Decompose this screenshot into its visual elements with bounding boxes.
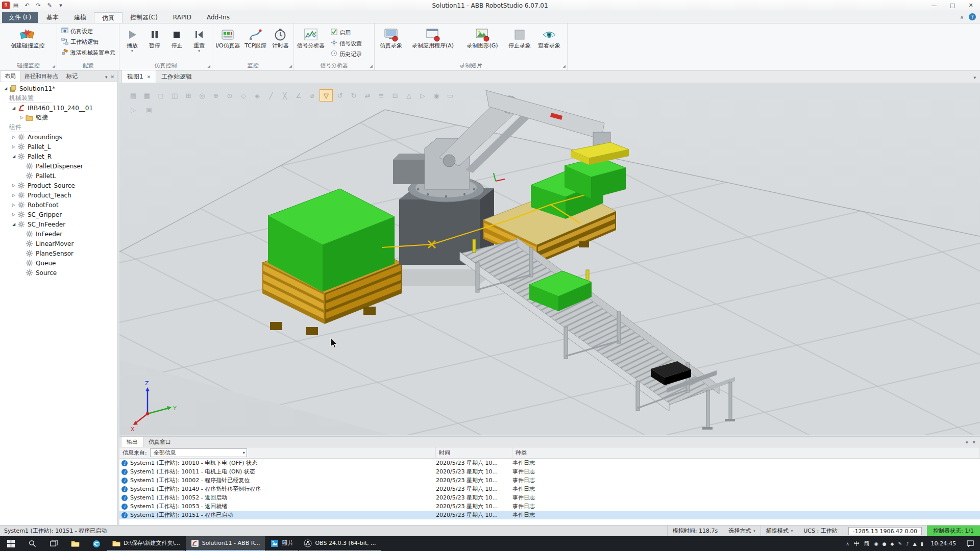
ribbon-tab[interactable]: 基本 [39, 12, 66, 23]
tray-chevron-icon[interactable]: ∧ [846, 541, 849, 546]
tree-item[interactable]: ▷RobotFoot [0, 200, 117, 210]
viewport-tool-record-frame-icon[interactable]: ▣ [142, 104, 156, 116]
dialog-launcher-icon[interactable]: ◢ [289, 65, 292, 68]
chevron-collapsed-icon[interactable]: ▷ [18, 115, 26, 120]
stop-record-button[interactable]: 停止录象 [505, 25, 534, 61]
viewport-tool-orbit-view-icon[interactable]: ◎ [195, 89, 209, 102]
app-icon[interactable]: R [2, 2, 10, 9]
tree-item[interactable]: ▷SC_Gripper [0, 210, 117, 219]
chevron-collapsed-icon[interactable]: ▷ [10, 183, 17, 188]
viewport-tool-render-mode-icon[interactable]: ▦ [140, 89, 154, 102]
tree-item[interactable]: LinearMover [0, 239, 117, 248]
output-tab[interactable]: 输出 [121, 437, 143, 447]
dialog-launcher-icon[interactable]: ◢ [53, 65, 55, 68]
stop-button[interactable]: 停止 [166, 25, 188, 61]
output-row[interactable]: iSystem1 (工作站): 10151 - 程序已启动2020/5/23 星… [119, 511, 980, 519]
task-view-button[interactable] [43, 536, 64, 551]
output-row[interactable]: iSystem1 (工作站): 10010 - 电机下电 (OFF) 状态202… [119, 459, 980, 467]
network-icon[interactable]: ▲ [913, 541, 917, 546]
edge-button[interactable] [86, 536, 107, 551]
viewport-tool-iso-view-icon[interactable]: △ [402, 89, 415, 102]
viewport-tool-select-group-icon[interactable]: ◫ [168, 89, 181, 102]
tree-item[interactable]: ▷Pallet_L [0, 142, 117, 152]
ribbon-tab[interactable]: 建模 [66, 12, 94, 23]
taskbar-app-obs[interactable]: OBS 24.0.3 (64-bit, ... [299, 536, 381, 551]
chevron-collapsed-icon[interactable]: ▷ [10, 212, 17, 217]
controller-status-badge[interactable]: 控制器状态: 1/1 [927, 525, 980, 536]
save-icon[interactable]: ▤ [11, 1, 21, 10]
tree-item[interactable]: PalletDispenser [0, 161, 117, 171]
viewport-tool-zoom-in-icon[interactable]: ⊕ [209, 89, 223, 102]
activate-mechanical-units-button[interactable]: 激活机械装置单元 [59, 47, 117, 58]
panel-tab[interactable]: 路径和目标点 [20, 71, 62, 82]
tree-item[interactable]: ▷Product_Source [0, 181, 117, 190]
create-collision-set-button[interactable]: 创建碰撞监控 [2, 25, 53, 61]
viewport-tool-measure-line-icon[interactable]: ╱ [264, 89, 278, 102]
output-row[interactable]: iSystem1 (工作站): 10149 - 程序指针移至例行程序2020/5… [119, 485, 980, 493]
output-row[interactable]: iSystem1 (工作站): 10053 - 返回就绪2020/5/23 星期… [119, 502, 980, 511]
minimize-button[interactable]: — [925, 0, 943, 11]
taskbar-clock[interactable]: 10:24:45 [928, 540, 959, 547]
tree-item[interactable]: ◢Pallet_R [0, 152, 117, 161]
undo-icon[interactable]: ↶ [22, 1, 32, 10]
close-button[interactable]: ✕ [962, 0, 980, 11]
action-center-icon[interactable] [964, 540, 977, 547]
chevron-collapsed-icon[interactable]: ▷ [10, 144, 17, 149]
panel-tab[interactable]: 布局 [0, 70, 20, 82]
pen-icon[interactable]: ✎ [898, 541, 902, 546]
tree-item[interactable]: ◢IRB460_110_240__01 [0, 103, 117, 113]
message-source-combobox[interactable]: 全部信息 ▾ [150, 448, 247, 457]
record-application-button[interactable]: 录制应用程序(A) [406, 25, 459, 61]
customize-caret-icon[interactable]: ▾ [56, 1, 66, 10]
taskbar-app-photos[interactable]: 照片 [265, 536, 298, 551]
signal-history-button[interactable]: 历史记录 [329, 49, 364, 59]
output-close-icon[interactable]: ✕ [972, 440, 976, 445]
pause-button[interactable]: 暂停 [144, 25, 165, 61]
3d-scene[interactable]: Z Y X [119, 83, 980, 435]
defender-icon[interactable]: ◆ [891, 541, 894, 546]
onedrive-icon[interactable]: ● [883, 541, 887, 546]
viewport-tool-target-point-icon[interactable]: ◉ [430, 89, 443, 102]
tree-item[interactable]: ▷Product_Teach [0, 190, 117, 200]
output-row[interactable]: iSystem1 (工作站): 10011 - 电机上电 (ON) 状态2020… [119, 467, 980, 476]
chevron-collapsed-icon[interactable]: ▷ [10, 203, 17, 207]
record-graphics-button[interactable]: 录制图形(G) [460, 25, 504, 61]
simulation-record-button[interactable]: 仿真录象 [377, 25, 405, 61]
file-explorer-button[interactable] [64, 536, 86, 551]
viewport-tool-rotate-ccw-icon[interactable]: ↺ [333, 89, 347, 102]
dialog-launcher-icon[interactable]: ◢ [563, 65, 566, 68]
panel-tab[interactable]: 标记 [62, 71, 82, 82]
ribbon-tab[interactable]: 控制器(C) [122, 12, 165, 23]
chevron-collapsed-icon[interactable]: ▷ [10, 193, 17, 197]
simulation-setup-button[interactable]: 仿真设定 [59, 26, 95, 36]
panel-close-icon[interactable]: ✕ [110, 74, 114, 80]
ime-lang-indicator[interactable]: 简 [864, 540, 870, 547]
file-tab[interactable]: 文件 (F) [2, 12, 38, 23]
viewport-tool-view-list-icon[interactable]: ≡ [375, 89, 388, 102]
viewport-tool-measure-diameter-icon[interactable]: ⌀ [306, 89, 319, 102]
column-header-category[interactable]: 种类 [512, 447, 980, 458]
start-button[interactable] [0, 536, 21, 551]
ribbon-tab[interactable]: 仿真 [94, 12, 122, 23]
viewport-tool-rotate-cw-icon[interactable]: ↻ [347, 89, 360, 102]
tree-item[interactable]: Source [0, 268, 117, 278]
viewport-tool-select-mechanism-icon[interactable]: ⊞ [182, 89, 195, 102]
dialog-launcher-icon[interactable]: ◢ [208, 65, 210, 68]
viewport-tool-swap-view-icon[interactable]: ⇄ [361, 89, 374, 102]
maximize-button[interactable]: □ [943, 0, 962, 11]
tree-item[interactable]: Queue [0, 258, 117, 268]
io-simulator-button[interactable]: I/O仿真器 [214, 25, 241, 61]
signal-setup-button[interactable]: 信号设置 [329, 38, 364, 48]
search-button[interactable] [21, 536, 43, 551]
viewport-tool-focus-box-icon[interactable]: ⊡ [388, 89, 402, 102]
chevron-expanded-icon[interactable]: ◢ [10, 106, 17, 110]
ribbon-tab[interactable]: RAPID [165, 12, 199, 23]
viewport-tool-snap-object-icon[interactable]: ◇ [237, 89, 250, 102]
taskbar-app-folder[interactable]: D:\保存\新建文件夹\... [107, 536, 185, 551]
chevron-expanded-icon[interactable]: ◢ [10, 154, 17, 159]
viewport-tool-play-animation-icon[interactable]: ▷ [127, 104, 140, 116]
play-button[interactable]: 播放 ▾ [121, 25, 143, 61]
tab-close-icon[interactable]: ✕ [147, 74, 151, 80]
tree-item[interactable]: ◢SC_InFeeder [0, 219, 117, 229]
output-row[interactable]: iSystem1 (工作站): 10002 - 程序指针已经复位2020/5/2… [119, 476, 980, 485]
